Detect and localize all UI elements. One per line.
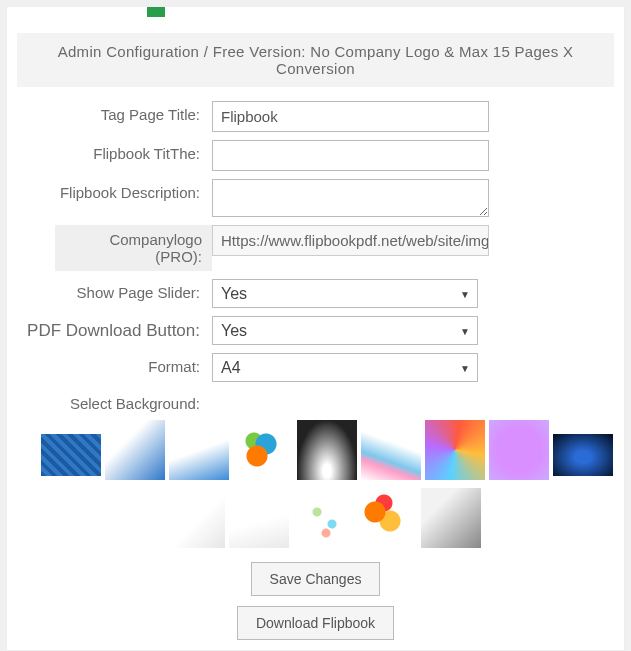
field-company-logo-url: Https://www.flipbookpdf.net/web/site/img… (212, 225, 489, 256)
input-flipbook-title[interactable] (212, 140, 489, 171)
select-pdf-download-button[interactable]: Yes (212, 316, 478, 345)
background-thumbnails-row2 (165, 488, 625, 548)
bg-thumb-orange-flora[interactable] (357, 488, 417, 548)
bg-thumb-color-swirl[interactable] (233, 420, 293, 480)
bg-thumb-wave-lines[interactable] (361, 420, 421, 480)
input-tag-page-title[interactable] (212, 101, 489, 132)
action-buttons: Save Changes Download Flipbook (7, 562, 624, 640)
label-show-page-slider: Show Page Slider: (7, 279, 212, 301)
bg-thumb-grey-abstract[interactable] (421, 488, 481, 548)
faint-header (7, 7, 624, 25)
bg-thumb-geo-color[interactable] (425, 420, 485, 480)
bg-thumb-purple-dots[interactable] (489, 420, 549, 480)
mini-green-block (147, 7, 165, 17)
config-banner: Admin Configuration / Free Version: No C… (17, 33, 614, 87)
label-tag-page-title: Tag Page Title: (7, 101, 212, 123)
faint-header-text (395, 7, 404, 20)
bg-thumb-blue-soft[interactable] (169, 420, 229, 480)
download-flipbook-button[interactable]: Download Flipbook (237, 606, 394, 640)
bg-thumb-dark-wave[interactable] (553, 434, 613, 476)
bg-thumb-blue-mosaic[interactable] (41, 434, 101, 476)
label-company-logo: Companylogo (PRO): (55, 225, 212, 271)
label-select-background: Select Background: (7, 390, 212, 412)
background-thumbnails (41, 420, 621, 480)
bg-thumb-dark-grid[interactable] (297, 420, 357, 480)
label-flipbook-description: Flipbook Description: (7, 179, 212, 201)
label-flipbook-title: Flipbook TitThe: (7, 140, 212, 162)
label-format: Format: (7, 353, 212, 375)
bg-thumb-blue-triangles[interactable] (105, 420, 165, 480)
select-format[interactable]: A4 (212, 353, 478, 382)
admin-config-panel: Admin Configuration / Free Version: No C… (6, 6, 625, 651)
bg-thumb-white-cubes[interactable] (165, 488, 225, 548)
textarea-flipbook-description[interactable] (212, 179, 489, 217)
bg-thumb-dot-confetti[interactable] (293, 488, 353, 548)
save-changes-button[interactable]: Save Changes (251, 562, 381, 596)
bg-thumb-white-wave[interactable] (229, 488, 289, 548)
label-pdf-download-button: PDF Download Button: (7, 316, 212, 341)
select-show-page-slider[interactable]: Yes (212, 279, 478, 308)
